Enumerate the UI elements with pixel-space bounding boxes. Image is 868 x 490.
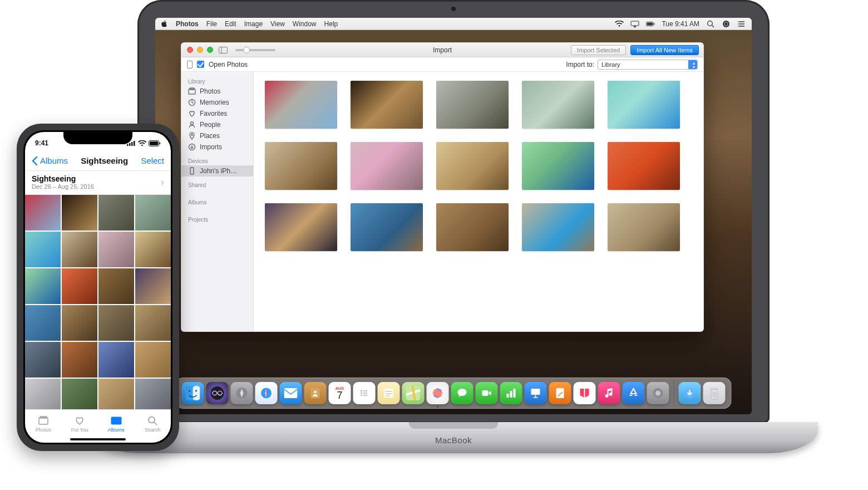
import-thumbnail[interactable] <box>436 81 509 129</box>
import-thumbnail[interactable] <box>608 203 680 251</box>
battery-icon[interactable] <box>646 21 655 27</box>
dock-icon-maps[interactable] <box>402 382 425 404</box>
import-thumbnail[interactable] <box>436 142 509 190</box>
iphone-tab-albums[interactable]: Albums <box>98 410 135 437</box>
iphone-select-button[interactable]: Select <box>141 156 164 165</box>
menubar-app-name[interactable]: Photos <box>176 20 199 28</box>
wifi-icon[interactable] <box>615 21 624 27</box>
iphone-tab-search[interactable]: Search <box>135 410 171 437</box>
dock-icon-pages[interactable] <box>549 382 571 404</box>
menubar-item-edit[interactable]: Edit <box>225 20 236 28</box>
notification-center-icon[interactable] <box>737 21 746 27</box>
dock-icon-calendar[interactable]: AUG7 <box>329 382 351 404</box>
import-thumbnail[interactable] <box>265 142 337 190</box>
iphone-photo-thumbnail[interactable] <box>62 342 97 378</box>
dock-icon-notes[interactable] <box>378 382 400 404</box>
iphone-photo-thumbnail[interactable] <box>62 379 97 409</box>
iphone-photo-thumbnail[interactable] <box>25 379 61 409</box>
sidebar-toggle-icon[interactable] <box>219 47 228 53</box>
iphone-photo-thumbnail[interactable] <box>98 342 134 378</box>
menubar-item-file[interactable]: File <box>206 20 217 28</box>
apple-logo-icon[interactable] <box>161 20 168 27</box>
iphone-photo-thumbnail[interactable] <box>135 195 171 231</box>
import-thumbnail[interactable] <box>608 81 680 129</box>
import-selected-button[interactable]: Import Selected <box>571 45 626 55</box>
dock-icon-news[interactable] <box>574 382 596 404</box>
sidebar-item-places[interactable]: Places <box>181 130 253 141</box>
window-minimize-button[interactable] <box>197 47 203 53</box>
import-thumbnail[interactable] <box>522 81 594 129</box>
sidebar-item-imports[interactable]: Imports <box>181 141 253 153</box>
iphone-photo-thumbnail[interactable] <box>25 305 61 341</box>
airplay-icon[interactable] <box>630 21 639 27</box>
iphone-photo-thumbnail[interactable] <box>62 232 97 267</box>
iphone-photo-thumbnail[interactable] <box>25 195 61 231</box>
import-thumbnail[interactable] <box>265 81 337 129</box>
iphone-photo-thumbnail[interactable] <box>62 195 97 231</box>
iphone-photo-thumbnail[interactable] <box>25 232 61 267</box>
dock-icon-music[interactable] <box>598 382 620 404</box>
window-zoom-button[interactable] <box>207 47 213 53</box>
iphone-photo-thumbnail[interactable] <box>98 268 134 304</box>
iphone-photo-thumbnail[interactable] <box>135 379 171 409</box>
iphone-back-button[interactable]: Albums <box>32 156 68 166</box>
menubar-item-view[interactable]: View <box>270 20 285 28</box>
iphone-photo-thumbnail[interactable] <box>62 305 97 341</box>
iphone-photo-thumbnail[interactable] <box>98 195 134 231</box>
sidebar-item-people[interactable]: People <box>181 119 253 130</box>
thumbnail-zoom-slider[interactable] <box>235 49 275 51</box>
import-thumbnail[interactable] <box>351 142 423 190</box>
import-thumbnail[interactable] <box>522 142 594 190</box>
menubar-item-image[interactable]: Image <box>244 20 263 28</box>
sidebar-item-favorites[interactable]: Favorites <box>181 108 253 119</box>
dock-icon-safari[interactable] <box>255 382 278 404</box>
dock-icon-appstore[interactable] <box>623 382 645 404</box>
iphone-photo-thumbnail[interactable] <box>98 305 134 341</box>
dock-icon-siri[interactable] <box>206 382 229 404</box>
import-thumbnail[interactable] <box>608 142 680 190</box>
import-thumbnail[interactable] <box>436 203 509 251</box>
dock-icon-settings[interactable] <box>647 382 669 404</box>
dock-icon-trash[interactable] <box>703 382 726 404</box>
iphone-photo-thumbnail[interactable] <box>25 268 61 304</box>
import-thumbnail[interactable] <box>351 81 423 129</box>
siri-menubar-icon[interactable] <box>722 21 731 27</box>
iphone-tab-foryou[interactable]: For You <box>62 410 98 437</box>
dock-icon-reminders[interactable] <box>353 382 376 404</box>
import-all-button[interactable]: Import All New Items <box>630 45 699 55</box>
dock-icon-contacts[interactable] <box>304 382 327 404</box>
iphone-photo-thumbnail[interactable] <box>62 268 97 304</box>
dock-icon-facetime[interactable] <box>476 382 498 404</box>
sidebar-item-device-iphone[interactable]: John's iPh… <box>181 165 253 177</box>
iphone-tab-photos[interactable]: Photos <box>25 410 62 437</box>
import-thumbnail[interactable] <box>522 203 594 251</box>
sidebar-item-photos[interactable]: Photos <box>181 86 253 97</box>
dock-icon-photos[interactable] <box>427 382 449 404</box>
import-thumbnail[interactable] <box>265 203 337 251</box>
dock-icon-mail[interactable] <box>280 382 302 404</box>
menubar-clock[interactable]: Tue 9:41 AM <box>662 20 699 28</box>
dock-icon-keynote[interactable] <box>525 382 547 404</box>
iphone-photo-thumbnail[interactable] <box>135 342 171 378</box>
menubar-item-help[interactable]: Help <box>324 20 338 28</box>
window-close-button[interactable] <box>187 47 193 53</box>
iphone-photo-thumbnail[interactable] <box>98 232 134 267</box>
dock-icon-downloads[interactable] <box>679 382 701 404</box>
iphone-photo-thumbnail[interactable] <box>25 342 61 378</box>
menubar-item-window[interactable]: Window <box>293 20 317 28</box>
dock-icon-numbers[interactable] <box>500 382 522 404</box>
spotlight-icon[interactable] <box>706 21 715 27</box>
dock-icon-launchpad[interactable] <box>231 382 253 404</box>
iphone-photo-thumbnail[interactable] <box>135 268 171 304</box>
iphone-photo-thumbnail[interactable] <box>98 379 134 409</box>
iphone-home-indicator[interactable] <box>70 438 126 440</box>
dock-icon-messages[interactable] <box>451 382 474 404</box>
iphone-album-header[interactable]: Sightseeing Dec 26 – Aug 25, 2016 › <box>25 171 171 195</box>
import-to-select[interactable]: Library ▴▾ <box>598 60 698 70</box>
sidebar-item-memories[interactable]: Memories <box>181 97 253 108</box>
dock-icon-finder[interactable] <box>182 382 204 404</box>
import-thumbnail[interactable] <box>351 203 423 251</box>
iphone-photo-thumbnail[interactable] <box>135 305 171 341</box>
iphone-photo-thumbnail[interactable] <box>135 232 171 267</box>
open-photos-checkbox[interactable] <box>197 61 204 68</box>
